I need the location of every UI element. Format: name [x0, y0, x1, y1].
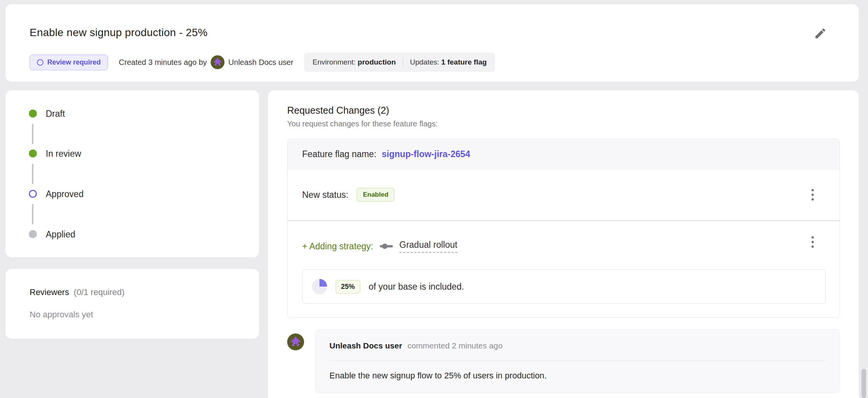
requested-changes-subtitle: You request changes for these feature fl…: [287, 119, 438, 128]
kebab-menu-icon: [811, 236, 814, 239]
timeline-label-draft: Draft: [46, 109, 65, 119]
comment-body-text: Enable the new signup flow to 25% of use…: [316, 361, 840, 381]
flag-name-link[interactable]: signup-flow-jira-2654: [382, 149, 470, 159]
edit-title-button[interactable]: [813, 26, 828, 41]
updates-pair: Updates: 1 feature flag: [410, 58, 487, 66]
timeline-label-in-review: In review: [46, 149, 81, 159]
chip-divider: [403, 58, 403, 67]
created-by-group: Created 3 minutes ago by Unleash Docs us…: [119, 55, 293, 69]
timeline-dot-applied: [29, 230, 37, 238]
no-approvals-text: No approvals yet: [30, 310, 93, 320]
author-avatar[interactable]: [211, 55, 224, 69]
strategy-change-section: + Adding strategy: Gradual rollout 25% o…: [288, 221, 840, 317]
flag-name-label: Feature flag name:: [302, 149, 376, 159]
strategy-name-link[interactable]: Gradual rollout: [399, 240, 457, 253]
pencil-icon: [814, 27, 827, 40]
page-title: Enable new signup production - 25%: [30, 27, 208, 39]
rollout-description: of your base is included.: [369, 282, 464, 292]
timeline-dot-approved: [29, 190, 37, 198]
environment-summary-chip: Environment: production Updates: 1 featu…: [304, 53, 495, 72]
environment-pair: Environment: production: [313, 58, 396, 66]
comment-header: Unleash Docs user commented 2 minutes ag…: [316, 330, 840, 350]
timeline-label-applied: Applied: [46, 229, 75, 240]
rollout-slider-icon: [379, 242, 393, 250]
created-text: Created 3 minutes ago by: [119, 58, 207, 67]
timeline-dot-in-review: [29, 149, 37, 158]
requested-changes-panel: Requested Changes (2) You request change…: [268, 90, 859, 398]
review-required-badge[interactable]: Review required: [30, 55, 108, 70]
header-meta-row: Review required Created 3 minutes ago by…: [30, 52, 495, 73]
new-status-label: New status:: [302, 190, 348, 200]
environment-value: production: [358, 58, 396, 66]
timeline-label-approved: Approved: [46, 189, 83, 199]
updates-value: 1 feature flag: [441, 58, 487, 66]
page-scrollbar-thumb[interactable]: [861, 369, 866, 398]
kebab-menu-icon: [811, 189, 814, 191]
comment-author-name: Unleash Docs user: [329, 341, 402, 350]
comment-timestamp: commented 2 minutes ago: [407, 341, 502, 350]
robot-avatar-icon: [289, 336, 302, 348]
environment-label: Environment:: [313, 58, 356, 66]
reviewers-card: Reviewers (0/1 required) No approvals ye…: [5, 269, 259, 339]
reviewers-heading: Reviewers: [30, 287, 69, 297]
timeline-connector: [32, 204, 33, 224]
strategy-change-menu-button[interactable]: [806, 233, 820, 251]
page-scrollbar-track[interactable]: [860, 0, 868, 398]
enabled-status-badge: Enabled: [357, 188, 394, 202]
new-status-row: New status: Enabled: [288, 169, 840, 220]
robot-avatar-icon: [213, 57, 223, 67]
status-change-menu-button[interactable]: [806, 186, 820, 204]
timeline-connector: [32, 164, 33, 184]
author-name: Unleash Docs user: [228, 58, 293, 67]
adding-strategy-label: + Adding strategy:: [302, 241, 373, 252]
review-required-label: Review required: [47, 58, 101, 66]
rollout-percent-badge: 25%: [336, 280, 360, 294]
requested-changes-title: Requested Changes (2): [287, 105, 389, 116]
reviewers-title: Reviewers (0/1 required): [30, 287, 125, 297]
flag-card-header: Feature flag name: signup-flow-jira-2654: [288, 139, 840, 169]
feature-flag-change-card: Feature flag name: signup-flow-jira-2654…: [287, 139, 840, 318]
change-request-header-card: Enable new signup production - 25% Revie…: [5, 4, 859, 82]
pie-chart-icon: [312, 279, 327, 294]
timeline-dot-draft: [29, 109, 37, 118]
updates-label: Updates:: [410, 58, 439, 66]
adding-strategy-row: + Adding strategy: Gradual rollout: [302, 237, 457, 255]
status-ring-icon: [37, 59, 43, 66]
comment-author-avatar[interactable]: [287, 333, 304, 350]
rollout-summary-box: 25% of your base is included.: [302, 269, 826, 304]
reviewers-requirement: (0/1 required): [74, 287, 125, 297]
change-request-timeline-card: Draft In review Approved Applied: [5, 90, 259, 257]
timeline-connector: [32, 124, 33, 144]
comment-card: Unleash Docs user commented 2 minutes ag…: [315, 329, 840, 393]
